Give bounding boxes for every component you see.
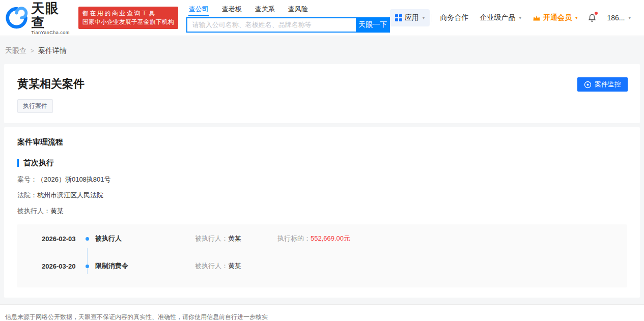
nav-apps[interactable]: 应用 ▾ xyxy=(390,9,430,26)
field-label: 被执行人： xyxy=(17,207,50,215)
nav-vip[interactable]: 开通会员 ▾ xyxy=(527,13,583,22)
nav-account[interactable]: 186... ▾ xyxy=(601,14,636,22)
timeline-row: 2026-03-20 限制消费令 被执行人：黄某 xyxy=(17,259,627,273)
tab-relation[interactable]: 查关系 xyxy=(255,4,275,16)
tianyancha-logo[interactable]: 天眼查 TianYanCha.com xyxy=(5,1,73,35)
tianyancha-logo-icon xyxy=(5,6,28,30)
amount-label: 执行标的： xyxy=(277,235,311,242)
case-monitor-button[interactable]: 案件监控 xyxy=(577,77,628,92)
tab-boss[interactable]: 查老板 xyxy=(221,4,242,16)
stage-header: 首次执行 xyxy=(17,158,627,168)
field-value: （2026）浙0108执801号 xyxy=(37,176,111,183)
party-value: 黄某 xyxy=(228,262,241,270)
stage-title: 首次执行 xyxy=(23,158,54,168)
nav-apps-label: 应用 xyxy=(405,13,419,22)
top-header: 天眼查 TianYanCha.com 都在用的商业查询工具 国家中小企业发展子基… xyxy=(0,0,644,36)
breadcrumb: 天眼查 > 案件详情 xyxy=(0,36,644,64)
crown-icon xyxy=(533,15,541,21)
field-court: 法院：杭州市滨江区人民法院 xyxy=(17,191,627,199)
nav-account-label: 186... xyxy=(607,14,625,22)
tab-risk[interactable]: 查风险 xyxy=(288,4,309,16)
monitor-eye-icon xyxy=(584,81,592,89)
brand-domain: TianYanCha.com xyxy=(31,30,73,35)
chevron-down-icon: ▾ xyxy=(575,15,578,20)
party-value: 黄某 xyxy=(228,235,241,242)
case-timeline: 2026-02-03 被执行人 被执行人：黄某 执行标的：552,669.00元… xyxy=(17,224,627,287)
case-monitor-label: 案件监控 xyxy=(595,80,621,89)
timeline-party: 被执行人：黄某 xyxy=(195,261,277,271)
field-value: 杭州市滨江区人民法院 xyxy=(37,191,103,199)
slogan-line1: 都在用的商业查询工具 xyxy=(82,9,174,18)
nav-cooperation-label: 商务合作 xyxy=(440,13,468,22)
search-input[interactable] xyxy=(186,17,356,33)
notification-bell[interactable] xyxy=(583,14,601,22)
nav-divider xyxy=(432,14,432,22)
party-label: 被执行人： xyxy=(195,262,228,270)
search-button[interactable]: 天眼一下 xyxy=(356,17,390,33)
tab-company[interactable]: 查公司 xyxy=(188,4,209,16)
amount-value: 552,669.00元 xyxy=(311,235,350,242)
timeline-amount: 执行标的：552,669.00元 xyxy=(277,234,350,243)
nav-enterprise[interactable]: 企业级产品 ▾ xyxy=(474,13,527,22)
nav-enterprise-label: 企业级产品 xyxy=(480,13,515,22)
timeline-event-title: 被执行人 xyxy=(95,234,195,243)
brand-name: 天眼查 xyxy=(31,1,73,30)
apps-grid-icon xyxy=(395,14,402,21)
brand-text: 天眼查 TianYanCha.com xyxy=(31,1,73,35)
case-header-card: 黄某相关案件 执行案件 案件监控 xyxy=(4,64,640,123)
search-block: 查公司 查老板 查关系 查风险 天眼一下 xyxy=(186,4,390,33)
chevron-down-icon: ▾ xyxy=(628,15,631,20)
timeline-date: 2026-03-20 xyxy=(42,262,86,270)
bell-icon xyxy=(588,14,596,22)
header-nav: 应用 ▾ 商务合作 企业级产品 ▾ 开通会员 ▾ 186... ▾ xyxy=(390,9,636,26)
search-tabs: 查公司 查老板 查关系 查风险 xyxy=(186,4,390,16)
nav-vip-label: 开通会员 xyxy=(543,13,572,22)
party-label: 被执行人： xyxy=(195,235,228,242)
chevron-down-icon: ▾ xyxy=(519,15,521,20)
slogan-line2: 国家中小企业发展子基金旗下机构 xyxy=(82,18,174,26)
stage-accent-bar xyxy=(17,159,19,167)
page-title: 黄某相关案件 xyxy=(17,76,627,92)
case-process-card: 案件审理流程 首次执行 案号：（2026）浙0108执801号 法院：杭州市滨江… xyxy=(4,127,640,298)
slogan-badge: 都在用的商业查询工具 国家中小企业发展子基金旗下机构 xyxy=(78,7,178,29)
section-title: 案件审理流程 xyxy=(17,137,627,147)
timeline-event-title: 限制消费令 xyxy=(95,261,195,271)
field-value: 黄某 xyxy=(50,207,64,215)
breadcrumb-current: 案件详情 xyxy=(38,46,67,55)
timeline-party: 被执行人：黄某 xyxy=(195,234,277,243)
chevron-down-icon: ▾ xyxy=(423,15,425,20)
case-type-badge: 执行案件 xyxy=(17,99,53,113)
breadcrumb-home[interactable]: 天眼查 xyxy=(5,46,26,55)
search-bar: 天眼一下 xyxy=(186,17,390,33)
timeline-dot-icon xyxy=(86,265,89,268)
nav-cooperation[interactable]: 商务合作 xyxy=(434,13,474,22)
timeline-connector-line xyxy=(87,248,88,274)
footer-disclaimer: 信息来源于网络公开数据，天眼查不保证内容的真实性、准确性，请你使用信息前自行进一… xyxy=(0,304,644,321)
field-case-number: 案号：（2026）浙0108执801号 xyxy=(17,175,627,184)
field-executee: 被执行人：黄某 xyxy=(17,207,627,215)
timeline-date: 2026-02-03 xyxy=(42,235,86,243)
timeline-dot-icon xyxy=(86,237,89,241)
notification-dot xyxy=(595,12,598,15)
field-label: 法院： xyxy=(17,191,37,199)
timeline-row: 2026-02-03 被执行人 被执行人：黄某 执行标的：552,669.00元 xyxy=(17,231,627,246)
breadcrumb-separator: > xyxy=(31,47,34,54)
field-label: 案号： xyxy=(17,176,37,183)
